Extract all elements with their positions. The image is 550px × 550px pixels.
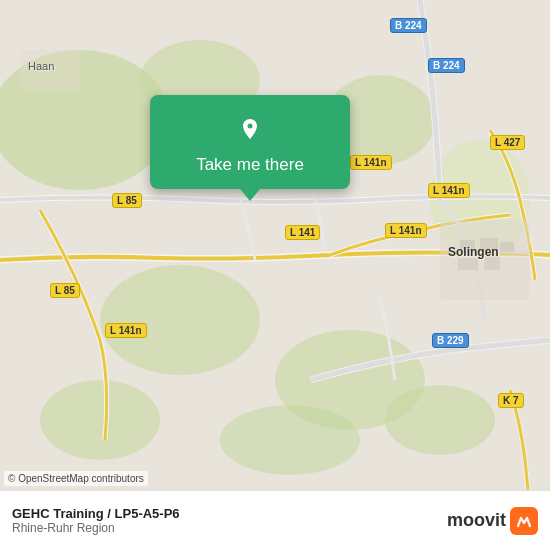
road-label-l141n-3: L 141n bbox=[385, 223, 427, 238]
place-label-solingen: Solingen bbox=[448, 245, 499, 259]
take-me-there-button[interactable]: Take me there bbox=[196, 155, 304, 175]
location-info: GEHC Training / LP5-A5-P6 Rhine-Ruhr Reg… bbox=[12, 506, 180, 535]
popup-card: Take me there bbox=[150, 95, 350, 189]
moovit-dot-icon bbox=[510, 507, 538, 535]
svg-point-4 bbox=[100, 265, 260, 375]
road-label-b224-1: B 224 bbox=[390, 18, 427, 33]
place-label-haan: Haan bbox=[28, 60, 54, 72]
svg-point-9 bbox=[220, 405, 360, 475]
svg-rect-13 bbox=[500, 242, 514, 252]
road-label-l85-1: L 85 bbox=[112, 193, 142, 208]
road-label-k7: K 7 bbox=[498, 393, 524, 408]
road-label-l141n-4: L 141n bbox=[105, 323, 147, 338]
road-label-l427: L 427 bbox=[490, 135, 525, 150]
location-pin-icon bbox=[232, 111, 268, 147]
road-label-l85-2: L 85 bbox=[50, 283, 80, 298]
svg-rect-14 bbox=[458, 258, 478, 270]
map-container: B 224 B 224 L 427 L 141n L 141n L 85 L 1… bbox=[0, 0, 550, 490]
road-label-l141n-2: L 141n bbox=[428, 183, 470, 198]
road-label-b224-2: B 224 bbox=[428, 58, 465, 73]
road-label-l141n-1: L 141n bbox=[350, 155, 392, 170]
moovit-logo: moovit bbox=[447, 507, 538, 535]
road-label-b229: B 229 bbox=[432, 333, 469, 348]
road-label-l141: L 141 bbox=[285, 225, 320, 240]
map-attribution: © OpenStreetMap contributors bbox=[4, 471, 148, 486]
svg-point-7 bbox=[40, 380, 160, 460]
location-region: Rhine-Ruhr Region bbox=[12, 521, 180, 535]
location-name: GEHC Training / LP5-A5-P6 bbox=[12, 506, 180, 521]
bottom-bar: GEHC Training / LP5-A5-P6 Rhine-Ruhr Reg… bbox=[0, 490, 550, 550]
svg-point-18 bbox=[248, 124, 253, 129]
svg-point-8 bbox=[385, 385, 495, 455]
moovit-text: moovit bbox=[447, 510, 506, 531]
